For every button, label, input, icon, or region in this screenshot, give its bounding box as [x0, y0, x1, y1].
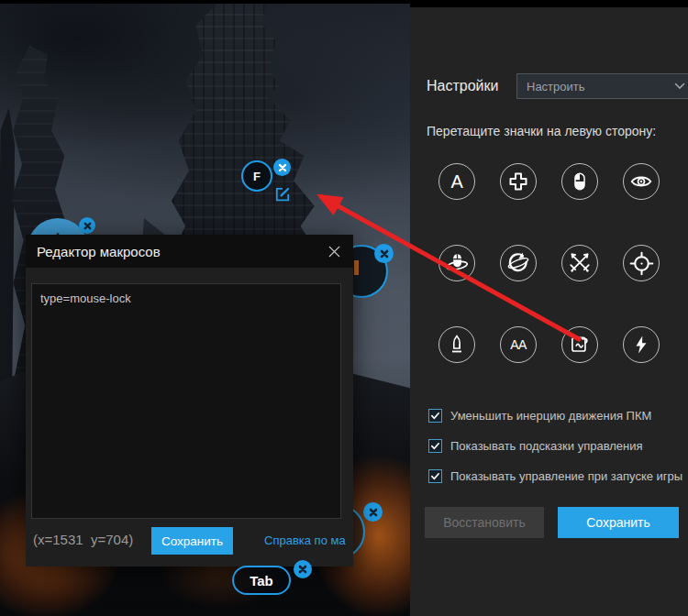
close-icon [369, 508, 378, 517]
key-glyph-fragment [354, 260, 359, 275]
checkbox-reduce-rmb-inertia[interactable]: Уменьшить инерцию движения ПКМ [428, 404, 682, 427]
close-icon [83, 222, 92, 230]
dropdown-selected-value: Настроить [527, 80, 674, 94]
icon-letter: A [451, 171, 463, 192]
icon-letters: AA [510, 337, 527, 352]
key-mapping-screen: F Tab Редактор макросов type=mouse [0, 0, 688, 616]
remove-key-scope-icon[interactable] [79, 217, 95, 234]
bullet-icon[interactable] [438, 326, 475, 363]
close-icon [327, 245, 341, 258]
checkbox-label: Показывать подсказки управления [450, 439, 643, 453]
medic-cross-icon[interactable] [500, 163, 537, 200]
close-icon [278, 163, 287, 172]
top-black-bar [0, 0, 410, 4]
dialog-header: Редактор макросов [26, 235, 353, 268]
letter-aa-icon[interactable]: AA [500, 326, 537, 363]
checkbox-show-controls-on-launch[interactable]: Показывать управление при запуске игры [428, 465, 682, 488]
settings-label: Настройки [427, 78, 498, 94]
draggable-icon-grid: A [438, 163, 660, 363]
crosshair-target-icon[interactable] [623, 245, 660, 281]
checkbox-label: Показывать управление при запуске игры [450, 469, 682, 483]
orbit-rotate-icon[interactable] [500, 245, 537, 281]
dialog-close-button[interactable] [326, 243, 342, 259]
options-checkbox-list: Уменьшить инерцию движения ПКМ Показыват… [428, 404, 682, 495]
remove-key-icon[interactable] [363, 502, 383, 522]
profile-dropdown[interactable]: Настроить [516, 73, 688, 99]
lightning-icon[interactable] [623, 326, 660, 363]
macro-textarea[interactable]: type=mouse-lock [31, 283, 341, 519]
mouse-lock-icon[interactable] [438, 245, 475, 281]
macro-help-link[interactable]: Справка по ма [264, 534, 346, 547]
settings-panel: Настройки Настроить Перетащите значки на… [410, 0, 688, 616]
cursor-coordinates: (x=1531 y=704) [33, 532, 133, 547]
mouse-icon[interactable] [561, 163, 598, 200]
dialog-title: Редактор макросов [37, 244, 326, 259]
checkbox-label: Уменьшить инерцию движения ПКМ [450, 409, 651, 423]
mapped-key-tab[interactable]: Tab [232, 566, 291, 595]
dialog-save-button[interactable]: Сохранить [151, 527, 233, 555]
checkbox-checked-icon [428, 439, 442, 453]
checkbox-checked-icon [428, 409, 442, 423]
checkbox-show-control-hints[interactable]: Показывать подсказки управления [428, 434, 682, 457]
close-icon [298, 565, 307, 574]
close-icon [380, 249, 389, 258]
checkbox-checked-icon [428, 469, 442, 483]
save-button[interactable]: Сохранить [558, 507, 679, 538]
crossed-swords-icon[interactable] [561, 245, 598, 281]
eye-icon[interactable] [623, 163, 660, 200]
edit-key-f-icon[interactable] [274, 186, 291, 203]
remove-key-tab-icon[interactable] [294, 560, 312, 578]
settings-row: Настройки Настроить [427, 73, 680, 99]
chevron-down-icon [674, 82, 685, 90]
restore-button[interactable]: Восстановить [425, 507, 544, 538]
letter-a-icon[interactable]: A [438, 163, 475, 200]
top-black-bar [410, 0, 688, 7]
remove-key-icon[interactable] [374, 244, 394, 263]
mapped-key-f[interactable]: F [241, 160, 272, 192]
macro-editor-dialog: Редактор макросов type=mouse-lock (x=153… [26, 235, 353, 566]
macro-script-icon[interactable] [561, 326, 598, 363]
drag-icons-hint: Перетащите значки на левую сторону: [427, 124, 683, 138]
remove-key-f-icon[interactable] [273, 159, 291, 176]
